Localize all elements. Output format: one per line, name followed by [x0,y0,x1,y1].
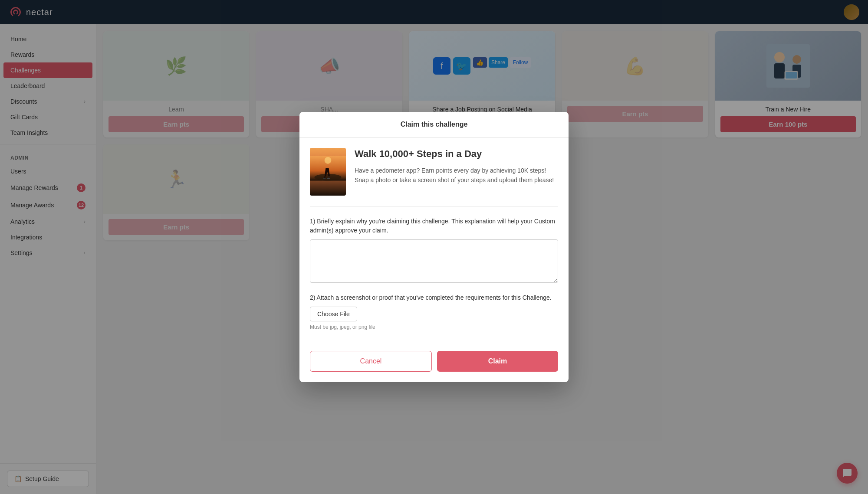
challenge-heading: Walk 10,000+ Steps in a Day [355,148,558,160]
claim-button[interactable]: Claim [437,351,558,372]
challenge-info: Walk 10,000+ Steps in a Day Have a pedom… [310,148,558,206]
svg-point-8 [314,174,341,181]
choose-file-button[interactable]: Choose File [310,307,357,321]
svg-point-10 [327,178,330,179]
modal-footer: Cancel Claim [299,351,569,382]
claim-challenge-modal: Claim this challenge [299,112,569,382]
challenge-thumbnail [310,148,346,196]
modal-header: Claim this challenge [299,112,569,137]
walk-illustration [310,148,346,192]
explanation-textarea[interactable] [310,239,558,283]
svg-point-9 [323,178,326,179]
file-label: 2) Attach a screenshot or proof that you… [310,293,558,302]
modal-title: Claim this challenge [310,121,558,128]
challenge-details: Walk 10,000+ Steps in a Day Have a pedom… [355,148,558,196]
file-hint-text: Must be jpg, jpeg, or png file [310,324,558,330]
modal-overlay[interactable]: Claim this challenge [0,0,868,494]
modal-body: Walk 10,000+ Steps in a Day Have a pedom… [299,137,569,351]
cancel-button[interactable]: Cancel [310,351,432,372]
svg-point-11 [325,157,332,164]
file-upload-section: 2) Attach a screenshot or proof that you… [310,293,558,330]
challenge-description: Have a pedometer app? Earn points every … [355,166,558,185]
explanation-section: 1) Briefly explain why you're claiming t… [310,217,558,285]
explanation-label: 1) Briefly explain why you're claiming t… [310,217,558,235]
